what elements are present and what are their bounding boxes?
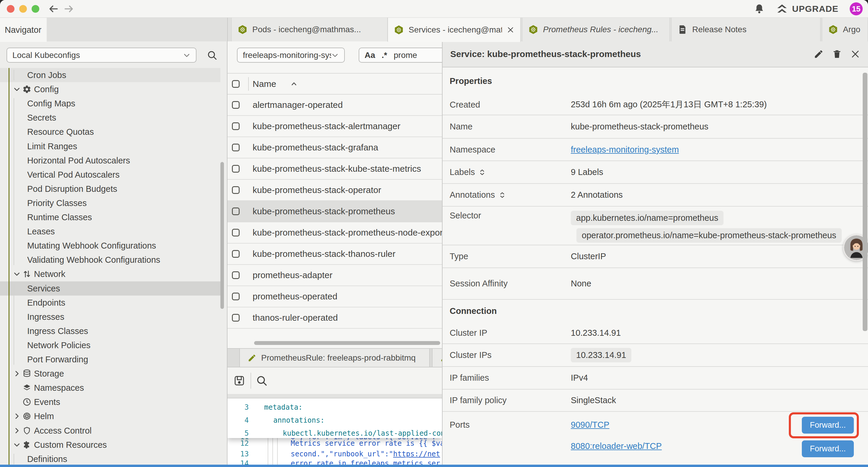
tab-argo[interactable]: Argo Se	[822, 18, 868, 41]
sidebar-item-network[interactable]: Network	[0, 267, 220, 281]
detail-label-text: Session Affinity	[450, 279, 507, 289]
row-checkbox[interactable]	[232, 207, 240, 215]
editor-tab-prometheusrule[interactable]: PrometheusRule: freeleaps-prod-rabbitmq	[239, 349, 430, 367]
notification-count-badge[interactable]: 15	[850, 2, 863, 16]
notifications-bell-icon[interactable]	[754, 3, 765, 14]
window-minimize-button[interactable]	[19, 5, 27, 13]
search-icon[interactable]	[207, 50, 217, 61]
match-case-icon[interactable]: Aa	[365, 51, 375, 60]
sort-toggle-icon[interactable]	[498, 191, 506, 199]
row-checkbox[interactable]	[232, 229, 240, 236]
tab-release[interactable]: Release Notes	[671, 18, 820, 41]
sidebar-item-label: Network	[34, 269, 65, 279]
table-row[interactable]: kube-prometheus-stack-prometheus-node-ex…	[227, 222, 442, 243]
table-row[interactable]: kube-prometheus-stack-kube-state-metrics	[227, 158, 442, 180]
sidebar-item-horizontal-pod-autoscalers[interactable]: Horizontal Pod Autoscalers	[0, 153, 220, 168]
code-segment: metadata:	[264, 403, 303, 411]
sidebar-scrollbar-thumb[interactable]	[220, 162, 224, 309]
table-row[interactable]: prometheus-operated	[227, 286, 442, 308]
editor-search-icon[interactable]	[256, 375, 268, 387]
tab-navigator[interactable]: Navigator	[0, 18, 47, 42]
sidebar-item-port-forwarding[interactable]: Port Forwarding	[0, 352, 220, 367]
back-button[interactable]	[48, 3, 59, 14]
window-zoom-button[interactable]	[32, 5, 39, 13]
detail-row-namespace: Namespacefreeleaps-monitoring-system	[442, 139, 868, 161]
tab-prometheus[interactable]: Prometheus Rules - icecheng...	[522, 18, 670, 41]
sidebar-item-resource-quotas[interactable]: Resource Quotas	[0, 125, 220, 139]
sidebar-item-limit-ranges[interactable]: Limit Ranges	[0, 139, 220, 153]
chevron-down-icon	[183, 52, 191, 59]
save-icon[interactable]	[234, 375, 245, 387]
sort-toggle-icon[interactable]	[478, 169, 486, 176]
close-icon[interactable]	[850, 49, 860, 59]
detail-scrollbar-thumb[interactable]	[863, 73, 867, 331]
edit-pencil-icon[interactable]	[814, 49, 824, 59]
kubernetes-icon	[394, 25, 404, 35]
sidebar-item-priority-classes[interactable]: Priority Classes	[0, 196, 220, 210]
table-row[interactable]: kube-prometheus-stack-thanos-ruler	[227, 243, 442, 265]
tab-label: Services - icecheng@math...	[409, 25, 502, 35]
sidebar-item-definitions[interactable]: Definitions	[0, 452, 220, 465]
namespace-select[interactable]: freeleaps-monitoring-system	[237, 48, 345, 63]
row-checkbox[interactable]	[232, 144, 240, 151]
sidebar-item-network-policies[interactable]: Network Policies	[0, 338, 220, 352]
port-link[interactable]: 8080:reloader-web/TCP	[571, 441, 662, 451]
tab-services[interactable]: Services - icecheng@math...	[388, 18, 521, 42]
table-row[interactable]: alertmanager-operated	[227, 95, 442, 116]
sidebar-item-access-control[interactable]: Access Control	[0, 424, 220, 438]
sidebar-item-services[interactable]: Services	[0, 282, 220, 296]
sidebar-item-pod-disruption-budgets[interactable]: Pod Disruption Budgets	[0, 182, 220, 196]
table-row[interactable]: thanos-ruler-operated	[227, 308, 442, 329]
detail-row-name: Namekube-prometheus-stack-prometheus	[442, 115, 868, 139]
sidebar-item-events[interactable]: Events	[0, 395, 220, 409]
delete-trash-icon[interactable]	[832, 49, 842, 59]
port-link[interactable]: 9090/TCP	[571, 420, 610, 430]
sidebar-item-helm[interactable]: Helm	[0, 409, 220, 423]
sort-asc-icon[interactable]	[290, 80, 298, 88]
sidebar-item-storage[interactable]: Storage	[0, 367, 220, 381]
sidebar-item-custom-resources[interactable]: Custom Resources	[0, 438, 220, 452]
table-row[interactable]: kube-prometheus-stack-grafana	[227, 137, 442, 158]
sidebar-item-endpoints[interactable]: Endpoints	[0, 296, 220, 310]
yaml-editor[interactable]: 11o","for":"1m","labels":{"service":12Me…	[227, 399, 442, 465]
sidebar-item-secrets[interactable]: Secrets	[0, 111, 220, 125]
sidebar-item-ingress-classes[interactable]: Ingress Classes	[0, 324, 220, 338]
sidebar-item-mutating-webhook-configurations[interactable]: Mutating Webhook Configurations	[0, 238, 220, 253]
window-close-button[interactable]	[7, 5, 14, 13]
row-checkbox[interactable]	[232, 186, 240, 194]
sidebar-item-runtime-classes[interactable]: Runtime Classes	[0, 210, 220, 224]
table-row[interactable]: kube-prometheus-stack-operator	[227, 180, 442, 201]
kubeconfig-select[interactable]: Local Kubeconfigs	[6, 48, 196, 63]
row-checkbox[interactable]	[232, 101, 240, 109]
name-column-header[interactable]: Name	[253, 79, 276, 89]
upgrade-button[interactable]: UPGRADE	[776, 3, 838, 15]
forward-button[interactable]	[63, 3, 74, 14]
sidebar-item-validating-webhook-configurations[interactable]: Validating Webhook Configurations	[0, 253, 220, 267]
sidebar-item-vertical-pod-autoscalers[interactable]: Vertical Pod Autoscalers	[0, 168, 220, 182]
editor-tab-partial[interactable]	[432, 349, 442, 367]
tab-pods[interactable]: Pods - icecheng@mathmas...	[231, 18, 388, 41]
tree-indent-guide	[13, 454, 14, 464]
row-checkbox[interactable]	[232, 271, 240, 279]
table-row[interactable]: kube-prometheus-stack-prometheus	[227, 201, 442, 222]
namespace-link[interactable]: freeleaps-monitoring-system	[571, 145, 679, 154]
sidebar-item-cron-jobs[interactable]: Cron Jobs	[0, 68, 220, 82]
horizontal-scrollbar-thumb[interactable]	[254, 341, 440, 345]
close-tab-icon[interactable]	[507, 26, 514, 34]
sidebar-item-config-maps[interactable]: Config Maps	[0, 96, 220, 111]
sidebar-item-namespaces[interactable]: Namespaces	[0, 381, 220, 395]
table-row[interactable]: prometheus-adapter	[227, 265, 442, 286]
sidebar-item-config[interactable]: Config	[0, 82, 220, 96]
regex-icon[interactable]: .*	[382, 51, 387, 60]
row-checkbox[interactable]	[232, 293, 240, 300]
row-checkbox[interactable]	[232, 165, 240, 173]
forward-button[interactable]: Forward...	[802, 440, 854, 457]
filter-input[interactable]: Aa .* prome	[359, 48, 442, 63]
sidebar-item-leases[interactable]: Leases	[0, 224, 220, 238]
row-checkbox[interactable]	[232, 122, 240, 130]
row-checkbox[interactable]	[232, 250, 240, 258]
row-checkbox[interactable]	[232, 314, 240, 322]
select-all-checkbox[interactable]	[232, 80, 240, 88]
table-row[interactable]: kube-prometheus-stack-alertmanager	[227, 116, 442, 137]
sidebar-item-ingresses[interactable]: Ingresses	[0, 310, 220, 324]
